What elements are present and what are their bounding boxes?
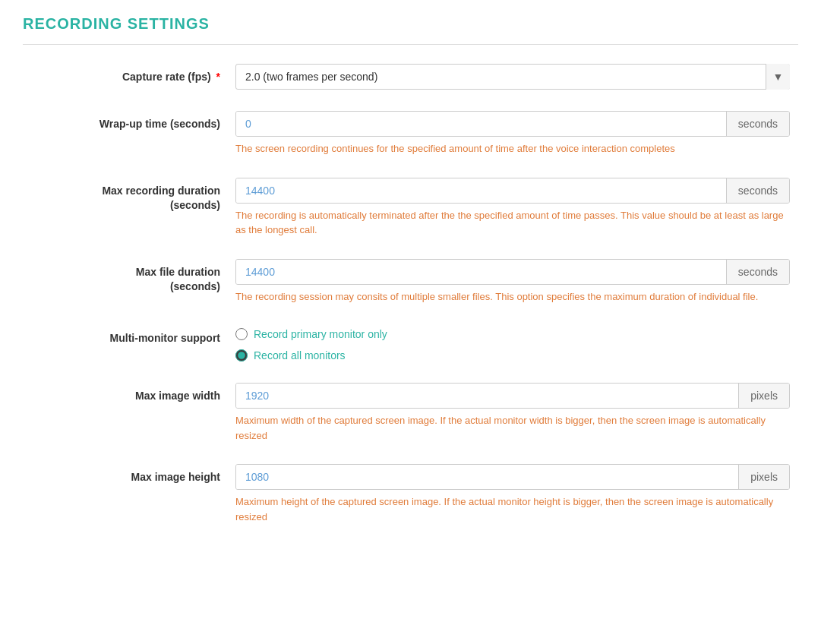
wrapup-time-label: Wrap-up time (seconds): [23, 111, 235, 132]
max-file-duration-row: Max file duration(seconds) seconds The r…: [23, 259, 798, 305]
max-image-height-label: Max image height: [23, 464, 235, 485]
max-recording-duration-help: The recording is automatically terminate…: [235, 208, 790, 238]
max-image-height-row: Max image height pixels Maximum height o…: [23, 464, 798, 524]
multi-monitor-input-col: Record primary monitor only Record all m…: [235, 325, 798, 361]
radio-primary-monitor-input[interactable]: [235, 328, 248, 340]
max-file-duration-label: Max file duration(seconds): [23, 259, 235, 295]
max-file-duration-help: The recording session may consits of mul…: [235, 289, 790, 305]
max-image-width-row: Max image width pixels Maximum width of …: [23, 383, 798, 443]
radio-primary-monitor[interactable]: Record primary monitor only: [235, 328, 798, 340]
wrapup-time-help: The screen recording continues for the s…: [235, 141, 790, 156]
max-image-height-input-group: pixels: [235, 464, 790, 490]
multi-monitor-radio-group: Record primary monitor only Record all m…: [235, 325, 798, 361]
max-file-duration-unit: seconds: [726, 260, 789, 284]
wrapup-time-input[interactable]: [236, 112, 726, 136]
max-file-duration-input-col: seconds The recording session may consit…: [235, 259, 798, 305]
max-image-width-unit: pixels: [738, 384, 789, 408]
max-image-width-input-col: pixels Maximum width of the captured scr…: [235, 383, 798, 443]
wrapup-time-unit: seconds: [726, 112, 789, 136]
required-asterisk: *: [216, 71, 220, 83]
divider: [23, 44, 798, 45]
max-image-width-input-group: pixels: [235, 383, 790, 409]
wrapup-time-row: Wrap-up time (seconds) seconds The scree…: [23, 111, 798, 156]
max-image-height-input-col: pixels Maximum height of the captured sc…: [235, 464, 798, 524]
max-image-width-label: Max image width: [23, 383, 235, 404]
capture-rate-label: Capture rate (fps) *: [23, 64, 235, 85]
radio-primary-monitor-label: Record primary monitor only: [254, 328, 387, 340]
wrapup-time-input-col: seconds The screen recording continues f…: [235, 111, 798, 156]
max-recording-duration-input[interactable]: [236, 178, 726, 203]
max-recording-duration-unit: seconds: [726, 178, 789, 203]
capture-rate-input-col: 2.0 (two frames per second) 1.0 (one fra…: [235, 64, 798, 90]
capture-rate-select[interactable]: 2.0 (two frames per second) 1.0 (one fra…: [235, 64, 790, 90]
capture-rate-select-wrapper: 2.0 (two frames per second) 1.0 (one fra…: [235, 64, 790, 90]
max-recording-duration-row: Max recording duration(seconds) seconds …: [23, 178, 798, 238]
radio-all-monitors[interactable]: Record all monitors: [235, 349, 798, 361]
radio-all-monitors-label: Record all monitors: [254, 349, 346, 361]
recording-settings-container: RECORDING SETTINGS Capture rate (fps) * …: [0, 0, 821, 568]
max-image-width-input[interactable]: [236, 384, 738, 408]
max-recording-duration-label: Max recording duration(seconds): [23, 178, 235, 213]
max-image-height-input[interactable]: [236, 465, 738, 489]
capture-rate-row: Capture rate (fps) * 2.0 (two frames per…: [23, 64, 798, 90]
radio-all-monitors-input[interactable]: [235, 349, 248, 361]
max-image-height-unit: pixels: [738, 465, 789, 489]
multi-monitor-label: Multi-monitor support: [23, 325, 235, 346]
max-image-height-help: Maximum height of the captured screen im…: [235, 494, 790, 524]
max-file-duration-input[interactable]: [236, 260, 726, 284]
page-title: RECORDING SETTINGS: [23, 15, 798, 33]
max-image-width-help: Maximum width of the captured screen ima…: [235, 413, 790, 443]
wrapup-time-input-group: seconds: [235, 111, 790, 137]
max-file-duration-input-group: seconds: [235, 259, 790, 285]
multi-monitor-row: Multi-monitor support Record primary mon…: [23, 325, 798, 361]
max-recording-duration-input-group: seconds: [235, 178, 790, 204]
max-recording-duration-input-col: seconds The recording is automatically t…: [235, 178, 798, 238]
